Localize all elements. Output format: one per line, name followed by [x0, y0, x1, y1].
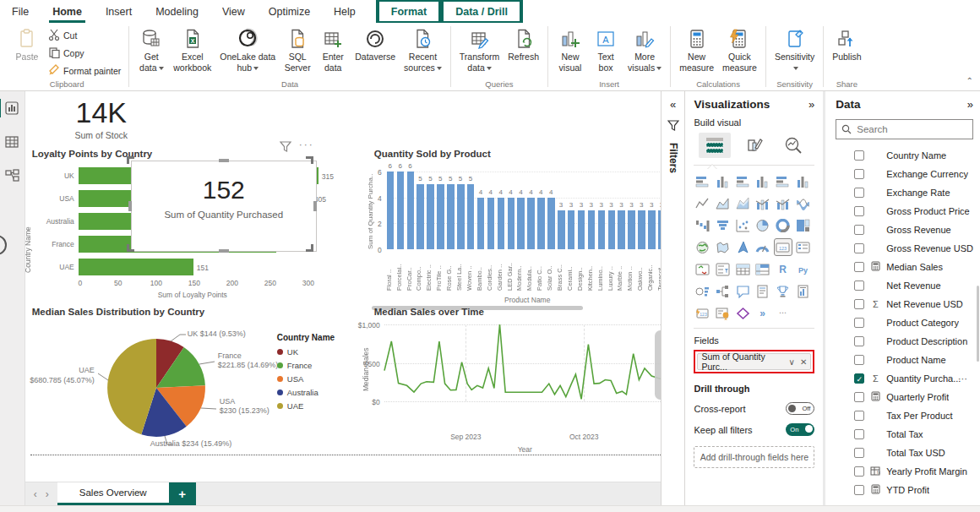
quantity-card-visual[interactable] — [131, 161, 317, 252]
product-bar[interactable] — [407, 172, 415, 249]
pie-legend-item[interactable]: UAE — [277, 401, 304, 411]
viz-type-qa-icon[interactable] — [734, 283, 751, 299]
viz-type-matrix-icon[interactable] — [754, 261, 771, 277]
menu-tab-insert[interactable]: Insert — [94, 0, 144, 23]
viz-type-stacked-column-chart-icon[interactable] — [714, 173, 731, 189]
field-checkbox[interactable] — [854, 466, 864, 477]
field-checkbox[interactable] — [854, 206, 864, 216]
field-checkbox[interactable] — [854, 429, 864, 439]
field-checkbox[interactable] — [854, 318, 864, 328]
viz-type-ribbon-chart-icon[interactable] — [794, 195, 811, 211]
viz-type-kpi-icon[interactable] — [694, 261, 710, 277]
viz-type-line-chart-icon[interactable] — [694, 195, 710, 211]
collapse-visualizations-icon[interactable]: » — [808, 98, 814, 111]
data-search-box[interactable] — [836, 119, 973, 139]
refresh-button[interactable]: Refresh — [504, 25, 542, 64]
viz-type-python-script-icon[interactable]: Py — [794, 261, 811, 277]
product-bar[interactable] — [638, 210, 645, 249]
viz-type-table-icon[interactable] — [734, 261, 751, 277]
field-item-quarterly-profit[interactable]: Quarterly Profit — [836, 388, 973, 406]
selection-edge-handle[interactable] — [219, 249, 229, 253]
viz-type-filled-map-icon[interactable] — [714, 239, 731, 255]
new-measure-button[interactable]: Newmeasure — [676, 25, 717, 75]
field-item-gross-revenue-usd[interactable]: Gross Revenue USD — [836, 239, 973, 258]
field-well-quantity-purchased[interactable]: Sum of Quantity Purc... ∨ ✕ — [697, 353, 811, 370]
field-item-quantity-purcha-[interactable]: ✓ΣQuantity Purcha...⋯ — [836, 369, 973, 388]
product-bar[interactable] — [648, 210, 656, 249]
excel-workbook-button[interactable]: XExcelworkbook — [170, 25, 215, 75]
product-bar[interactable] — [487, 198, 495, 249]
visual-more-options-icon[interactable]: ··· — [299, 139, 314, 150]
product-bar[interactable] — [608, 210, 616, 249]
text-box-button[interactable]: ATextbox — [589, 25, 623, 75]
transform-data-button[interactable]: Transformdata — [456, 25, 503, 75]
filter-funnel-icon[interactable] — [667, 119, 679, 134]
menu-tab-file[interactable]: File — [0, 0, 41, 23]
dataverse-button[interactable]: Dataverse — [351, 25, 399, 64]
viz-type-smart-narrative-icon[interactable] — [754, 283, 771, 299]
product-bar[interactable] — [517, 198, 525, 249]
viz-type-r-script-icon[interactable]: R — [775, 261, 792, 277]
field-item-product-name[interactable]: Product Name — [836, 351, 973, 369]
field-item-gross-revenue[interactable]: Gross Revenue — [836, 221, 973, 239]
tab-format-visual[interactable] — [738, 133, 770, 158]
viz-type-clustered-bar-chart-icon[interactable] — [734, 173, 751, 189]
product-bar[interactable] — [467, 184, 475, 249]
viz-type-multi-row-card-icon[interactable] — [794, 239, 811, 255]
viz-type-power-apps-icon[interactable] — [734, 305, 751, 321]
drill-through-dropzone[interactable]: Add drill-through fields here — [694, 446, 814, 468]
viz-type-area-chart-icon[interactable] — [714, 195, 731, 211]
viz-type-gauge-icon[interactable] — [754, 239, 771, 255]
viz-type-power-automate-icon[interactable]: » — [754, 305, 771, 321]
viz-type-paginated-report-icon[interactable] — [794, 283, 811, 299]
field-item-total-tax[interactable]: Total Tax — [836, 425, 973, 444]
sidebar-table-view-icon[interactable] — [2, 132, 22, 152]
field-checkbox[interactable]: ✓ — [854, 373, 864, 384]
cut-button[interactable]: Cut — [46, 28, 123, 43]
viz-type-azure-map-icon[interactable] — [734, 239, 751, 255]
product-bar[interactable] — [658, 210, 661, 249]
viz-type-hundred-stacked-column-icon[interactable] — [794, 173, 811, 189]
field-dropdown-icon[interactable]: ∨ — [789, 357, 795, 367]
selection-corner-handle[interactable] — [306, 156, 313, 164]
selection-corner-handle[interactable] — [306, 244, 313, 252]
pie-legend-item[interactable]: UK — [277, 347, 298, 357]
product-bar[interactable] — [547, 198, 555, 249]
product-bar[interactable] — [628, 210, 635, 249]
product-bar[interactable] — [578, 210, 585, 249]
field-item-country-name[interactable]: Country Name — [836, 146, 973, 165]
viz-type-map-icon[interactable] — [694, 239, 710, 255]
line-zoom-slider[interactable] — [655, 330, 661, 400]
product-bar[interactable] — [588, 210, 596, 249]
field-checkbox[interactable] — [854, 225, 864, 235]
product-bar[interactable] — [527, 198, 535, 249]
field-item-yearly-profit-margin[interactable]: fxYearly Profit Margin — [836, 462, 973, 481]
viz-type-more-options-icon[interactable]: ⋯ — [775, 305, 792, 321]
more-visuals-button[interactable]: Morevisuals — [624, 25, 665, 75]
get-data-button[interactable]: Getdata — [134, 25, 168, 75]
field-checkbox[interactable] — [854, 411, 864, 421]
field-item-net-revenue-usd[interactable]: ΣNet Revenue USD — [836, 295, 973, 313]
field-checkbox[interactable] — [854, 262, 864, 272]
viz-type-key-influencers-icon[interactable] — [694, 283, 710, 299]
viz-type-treemap-icon[interactable] — [794, 217, 811, 233]
pie-chart[interactable] — [25, 318, 279, 457]
field-checkbox[interactable] — [854, 448, 864, 458]
menu-tab-optimize[interactable]: Optimize — [257, 0, 322, 23]
enter-data-button[interactable]: Enterdata — [316, 25, 350, 75]
keep-all-filters-toggle[interactable]: On — [786, 423, 814, 436]
report-canvas[interactable]: 14KSum of StockLoyalty Points by Country… — [25, 91, 661, 482]
loyalty-bar-uae[interactable] — [79, 259, 193, 275]
onelake-data-hub-button[interactable]: OneLake datahub — [216, 25, 279, 75]
selection-edge-handle[interactable] — [128, 201, 132, 211]
product-bar[interactable] — [416, 184, 424, 249]
product-bar[interactable] — [537, 198, 545, 249]
visual-filter-icon[interactable] — [279, 140, 292, 156]
product-bar[interactable] — [508, 198, 515, 249]
viz-type-waterfall-chart-icon[interactable] — [694, 217, 710, 233]
product-bar[interactable] — [387, 172, 395, 249]
field-item-net-revenue[interactable]: Net Revenue — [836, 276, 973, 295]
context-tab-data---drill[interactable]: Data / Drill — [444, 2, 520, 21]
field-checkbox[interactable] — [854, 299, 864, 309]
menu-tab-view[interactable]: View — [210, 0, 257, 23]
